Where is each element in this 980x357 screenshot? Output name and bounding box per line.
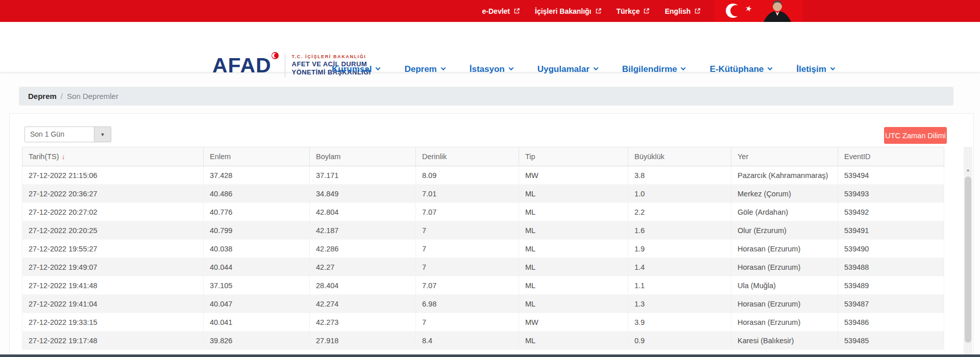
utc-timezone-button[interactable]: UTC Zaman Dilimi [884,127,947,144]
column-header-enlem[interactable]: Enlem [204,147,310,166]
table-row[interactable]: 27-12-2022 21:15:0637.42837.1718.09MW3.8… [22,166,944,185]
cell-boylam: 42.804 [310,203,416,221]
cell-tarih: 27-12-2022 20:36:27 [22,185,204,203]
table-row[interactable]: 27-12-2022 20:27:0240.77642.8047.07ML2.2… [22,203,944,221]
cell-derinlik: 7.07 [416,276,519,295]
breadcrumb-current: Son Depremler [67,92,118,100]
table-header-row: Tarih(TS)↓EnlemBoylamDerinlikTipBüyüklük… [22,147,944,166]
cell-tip: ML [519,332,628,350]
cell-derinlik: 6.98 [416,295,519,313]
cell-buyukluk: 2.2 [628,203,731,221]
cell-eventid: 539492 [838,203,944,221]
nav-item-iletisim[interactable]: İletişim [796,64,835,74]
cell-enlem: 40.041 [204,313,310,332]
topbar-link-label: e-Devlet [482,7,510,15]
table-row[interactable]: 27-12-2022 20:20:2540.79942.1877ML1.6Olu… [22,221,944,240]
chevron-down-icon [830,65,835,70]
cell-tarih: 27-12-2022 19:41:48 [22,276,204,295]
table-row[interactable]: 27-12-2022 19:41:4837.10528.4047.07ML1.1… [22,276,944,295]
nav-item-label: Deprem [404,64,436,74]
table-scrollbar-thumb[interactable] [965,176,971,343]
column-header-boylam[interactable]: Boylam [310,147,416,166]
cell-tarih: 27-12-2022 19:33:15 [22,313,204,332]
nav-item-deprem[interactable]: Deprem [404,64,445,74]
external-link-icon [695,8,700,14]
breadcrumb: Deprem / Son Depremler [19,87,953,106]
table-row[interactable]: 27-12-2022 20:36:2740.48634.8497.01ML1.0… [22,185,944,203]
nav-item-label: E-Kütüphane [709,64,764,74]
column-header-label: Tarih(TS) [29,152,59,161]
nav-item-uygulamalar[interactable]: Uygulamalar [537,64,598,74]
cell-yer: Horasan (Erzurum) [731,295,838,313]
cell-tip: ML [519,221,628,240]
cell-boylam: 28.404 [310,276,416,295]
cell-tarih: 27-12-2022 20:20:25 [22,221,204,240]
nav-item-e-kutuphane[interactable]: E-Kütüphane [709,64,772,74]
table-row[interactable]: 27-12-2022 19:17:4839.82627.9188.4ML0.9K… [22,332,944,350]
cell-yer: Horasan (Erzurum) [731,240,838,258]
cell-derinlik: 7.01 [416,185,519,203]
sort-descending-icon: ↓ [62,152,65,161]
cell-tarih: 27-12-2022 19:49:07 [22,258,204,276]
logo-crescent-icon [272,52,279,59]
cell-buyukluk: 1.6 [628,221,731,240]
cell-buyukluk: 1.0 [628,185,731,203]
nav-item-kurumsal[interactable]: Kurumsal [332,64,380,74]
flag-star-icon: ★ [744,4,753,14]
cell-derinlik: 7 [416,258,519,276]
topbar-link-english[interactable]: English [665,7,700,15]
table-row[interactable]: 27-12-2022 19:55:2740.03842.2867ML1.9Hor… [22,240,944,258]
nav-item-label: Kurumsal [332,64,372,74]
table-row[interactable]: 27-12-2022 19:41:0440.04742.2746.98ML1.3… [22,295,944,313]
page: e-Devletİçişleri BakanlığıTürkçeEnglish … [0,0,980,357]
breadcrumb-section[interactable]: Deprem [28,92,57,100]
nav-item-istasyon[interactable]: İstasyon [470,64,513,74]
topbar-link-edevlet[interactable]: e-Devlet [482,7,520,15]
logo-divider [285,54,285,77]
nav-item-bilgilendirme[interactable]: Bilgilendirme [622,64,685,74]
cell-eventid: 539488 [838,258,944,276]
topbar-link-turkce[interactable]: Türkçe [617,7,650,15]
cell-derinlik: 8.09 [416,166,519,185]
column-header-derinlik[interactable]: Derinlik [416,147,519,166]
table-row[interactable]: 27-12-2022 19:33:1540.04142.2737MW3.9Hor… [22,313,944,332]
cell-boylam: 42.187 [310,221,416,240]
cell-buyukluk: 1.9 [628,240,731,258]
cell-eventid: 539491 [838,221,944,240]
cell-tip: ML [519,276,628,295]
topbar-link-label: English [665,7,691,15]
cell-enlem: 40.038 [204,240,310,258]
cell-derinlik: 7 [416,221,519,240]
scroll-up-icon[interactable]: ▲ [964,165,972,174]
cell-yer: Merkez (Çorum) [731,185,838,203]
cell-enlem: 40.044 [204,258,310,276]
topbar-links: e-Devletİçişleri BakanlığıTürkçeEnglish [482,0,700,22]
cell-eventid: 539485 [838,332,944,350]
cell-tarih: 27-12-2022 19:41:04 [22,295,204,313]
topbar-link-icisleri-bakanligi[interactable]: İçişleri Bakanlığı [535,7,601,15]
nav-item-label: Bilgilendirme [622,64,677,74]
column-header-yer[interactable]: Yer [731,147,838,166]
column-header-tarih[interactable]: Tarih(TS)↓ [22,147,204,166]
dropdown-arrow-icon[interactable]: ▼ [94,127,111,142]
cell-derinlik: 7.07 [416,203,519,221]
cell-boylam: 42.273 [310,313,416,332]
cell-buyukluk: 1.1 [628,276,731,295]
cell-yer: Ula (Muğla) [731,276,838,295]
column-header-buyukluk[interactable]: Büyüklük [628,147,731,166]
topbar-link-label: İçişleri Bakanlığı [535,7,592,15]
column-header-label: Büyüklük [634,152,665,161]
table-row[interactable]: 27-12-2022 19:49:0740.04442.277ML1.4Hora… [22,258,944,276]
column-header-tip[interactable]: Tip [519,147,628,166]
chevron-down-icon [681,65,686,70]
cell-tarih: 27-12-2022 21:15:06 [22,166,204,185]
cell-tip: ML [519,203,628,221]
cell-eventid: 539489 [838,276,944,295]
date-range-dropdown[interactable]: Son 1 Gün ▼ [24,126,111,142]
cell-buyukluk: 3.8 [628,166,731,185]
chevron-down-icon [440,65,446,70]
cell-yer: Horasan (Erzurum) [731,313,838,332]
column-header-eventid[interactable]: EventID [838,147,944,166]
topbar: e-Devletİçişleri BakanlığıTürkçeEnglish … [0,0,980,22]
cell-yer: Pazarcık (Kahramanmaraş) [731,166,838,185]
